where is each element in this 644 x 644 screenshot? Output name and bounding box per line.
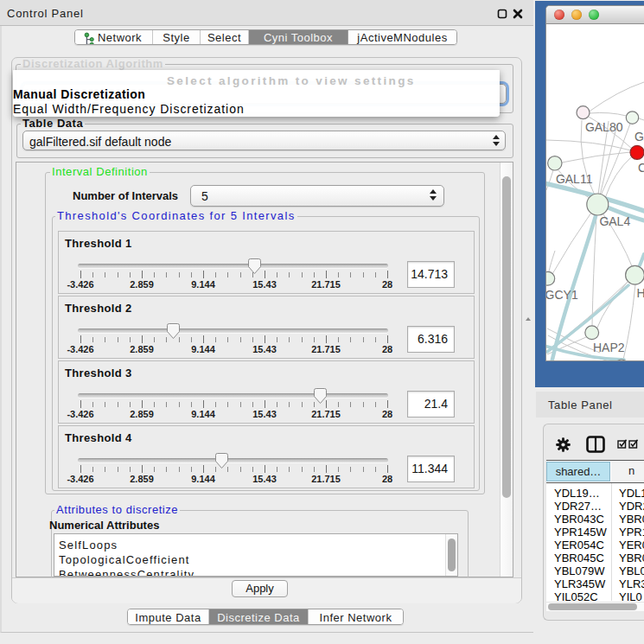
svg-text:H: H bbox=[636, 286, 644, 300]
svg-text:GAL4: GAL4 bbox=[599, 214, 630, 228]
svg-text:GAL11: GAL11 bbox=[556, 172, 593, 186]
svg-text:HAP2: HAP2 bbox=[593, 341, 625, 354]
svg-text:C: C bbox=[638, 161, 644, 175]
svg-text:GA: GA bbox=[634, 130, 644, 143]
svg-text:GAL80: GAL80 bbox=[585, 120, 623, 134]
svg-text:GCY1: GCY1 bbox=[546, 288, 578, 302]
